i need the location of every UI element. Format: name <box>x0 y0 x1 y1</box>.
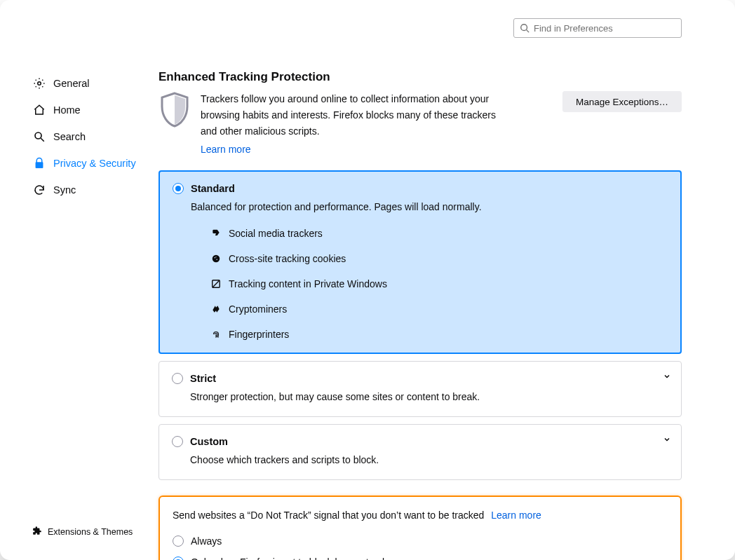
lock-icon <box>32 156 46 170</box>
extensions-themes-link[interactable]: Extensions & Themes <box>32 526 144 542</box>
sidebar-item-label: Privacy & Security <box>53 158 136 169</box>
svg-point-3 <box>35 132 41 139</box>
fingerprint-icon <box>210 329 222 340</box>
radio-standard[interactable] <box>173 183 184 194</box>
dnt-description: Send websites a “Do Not Track” signal th… <box>173 510 484 521</box>
extensions-themes-label: Extensions & Themes <box>48 527 133 537</box>
dnt-option-always-label: Always <box>191 535 222 547</box>
svg-line-1 <box>527 30 530 33</box>
search-placeholder: Find in Preferences <box>534 23 613 34</box>
do-not-track-section: Send websites a “Do Not Track” signal th… <box>159 496 682 560</box>
tracking-content-icon <box>210 278 222 289</box>
search-icon <box>520 23 530 33</box>
feature-cross-site-cookies: Cross-site tracking cookies <box>210 253 668 264</box>
svg-point-6 <box>213 255 220 263</box>
dnt-learn-more-link[interactable]: Learn more <box>491 510 541 521</box>
dnt-option-only-known-label: Only when Firefox is set to block known … <box>191 556 401 560</box>
sidebar-item-privacy-security[interactable]: Privacy & Security <box>32 150 144 177</box>
svg-point-7 <box>214 257 215 259</box>
etp-option-custom-title: Custom <box>190 436 228 447</box>
radio-strict[interactable] <box>172 373 183 384</box>
sidebar-item-label: General <box>53 78 90 89</box>
sidebar-item-label: Home <box>53 104 81 116</box>
cryptominer-icon <box>210 303 222 315</box>
svg-point-0 <box>521 25 527 31</box>
etp-learn-more-link[interactable]: Learn more <box>201 144 251 155</box>
puzzle-icon <box>32 526 42 538</box>
thumb-down-icon <box>210 228 222 239</box>
chevron-down-icon <box>663 435 671 446</box>
search-icon <box>32 130 46 144</box>
radio-custom[interactable] <box>172 436 183 447</box>
preferences-search-input[interactable]: Find in Preferences <box>513 18 682 38</box>
etp-option-strict-subtitle: Stronger protection, but may cause some … <box>190 391 668 402</box>
svg-point-2 <box>38 82 41 86</box>
etp-option-standard[interactable]: Standard Balanced for protection and per… <box>159 170 682 354</box>
manage-exceptions-button[interactable]: Manage Exceptions… <box>562 91 682 112</box>
etp-option-standard-title: Standard <box>191 183 235 194</box>
preferences-sidebar: General Home Search <box>18 45 144 542</box>
feature-fingerprinters: Fingerprinters <box>210 329 668 340</box>
sync-icon <box>32 183 46 197</box>
home-icon <box>32 103 46 117</box>
feature-tracking-content: Tracking content in Private Windows <box>210 278 668 289</box>
dnt-option-always[interactable]: Always <box>173 531 668 552</box>
sidebar-item-search[interactable]: Search <box>32 123 144 150</box>
cookie-icon <box>210 253 222 264</box>
sidebar-item-home[interactable]: Home <box>32 97 144 123</box>
sidebar-item-label: Sync <box>53 184 76 196</box>
radio-dnt-always[interactable] <box>173 535 184 547</box>
etp-option-standard-subtitle: Balanced for protection and performance.… <box>191 201 668 212</box>
svg-rect-5 <box>36 163 43 168</box>
svg-point-9 <box>215 257 216 257</box>
etp-section-title: Enhanced Tracking Protection <box>159 70 682 84</box>
etp-intro-text: Trackers follow you around online to col… <box>201 91 502 139</box>
radio-dnt-only-known[interactable] <box>173 556 184 560</box>
svg-line-11 <box>213 281 219 287</box>
shield-icon <box>159 91 191 131</box>
feature-social-trackers: Social media trackers <box>210 228 668 239</box>
etp-option-custom-subtitle: Choose which trackers and scripts to blo… <box>190 454 668 465</box>
etp-option-strict[interactable]: Strict Stronger protection, but may caus… <box>159 361 682 417</box>
gear-icon <box>32 76 46 90</box>
sidebar-item-sync[interactable]: Sync <box>32 177 144 203</box>
dnt-option-only-known[interactable]: Only when Firefox is set to block known … <box>173 552 668 560</box>
etp-option-strict-title: Strict <box>190 373 216 384</box>
sidebar-item-label: Search <box>53 131 86 142</box>
chevron-down-icon <box>663 371 671 383</box>
feature-cryptominers: Cryptominers <box>210 303 668 315</box>
svg-point-8 <box>216 259 217 261</box>
etp-option-custom[interactable]: Custom Choose which trackers and scripts… <box>159 424 682 480</box>
preferences-main-panel: Enhanced Tracking Protection Trackers fo… <box>144 45 717 542</box>
sidebar-item-general[interactable]: General <box>32 70 144 97</box>
svg-line-4 <box>41 138 44 142</box>
